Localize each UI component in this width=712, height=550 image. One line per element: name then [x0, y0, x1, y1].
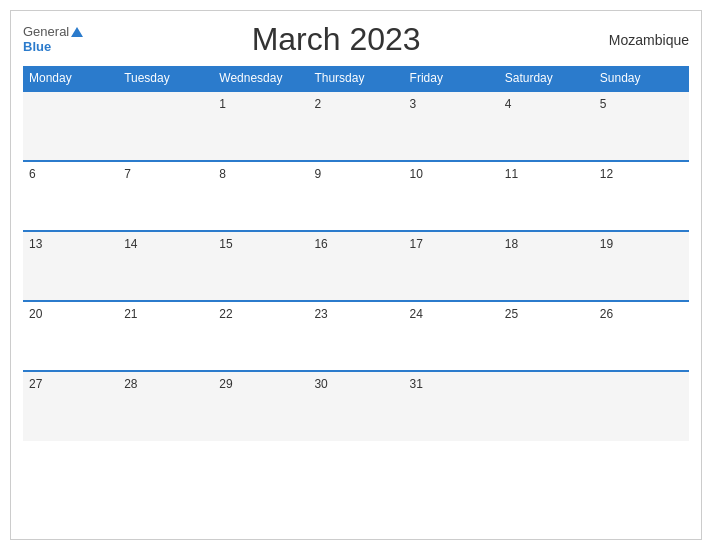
day-number: 8: [219, 167, 226, 181]
day-number: 17: [410, 237, 423, 251]
col-saturday: Saturday: [499, 66, 594, 91]
week-row-4: 20 21 22 23 24 25 26: [23, 301, 689, 371]
day-cell: 23: [308, 301, 403, 371]
day-cell: 31: [404, 371, 499, 441]
day-number: 7: [124, 167, 131, 181]
day-number: 11: [505, 167, 518, 181]
calendar-title: March 2023: [83, 21, 589, 58]
day-cell: 9: [308, 161, 403, 231]
week-row-1: 1 2 3 4 5: [23, 91, 689, 161]
day-number: 18: [505, 237, 518, 251]
logo-blue-text: Blue: [23, 40, 51, 54]
day-number: 9: [314, 167, 321, 181]
col-tuesday: Tuesday: [118, 66, 213, 91]
day-number: 22: [219, 307, 232, 321]
day-cell: 12: [594, 161, 689, 231]
day-cell: 10: [404, 161, 499, 231]
day-number: 30: [314, 377, 327, 391]
day-cell: [594, 371, 689, 441]
day-number: 6: [29, 167, 36, 181]
day-number: 20: [29, 307, 42, 321]
day-cell: [23, 91, 118, 161]
day-cell: 28: [118, 371, 213, 441]
day-cell: 18: [499, 231, 594, 301]
day-number: 27: [29, 377, 42, 391]
day-number: 19: [600, 237, 613, 251]
day-number: 23: [314, 307, 327, 321]
day-cell: 22: [213, 301, 308, 371]
day-cell: 15: [213, 231, 308, 301]
day-number: 25: [505, 307, 518, 321]
day-cell: [499, 371, 594, 441]
calendar-body: 1 2 3 4 5 6 7 8 9 10 11 12 13 14 15 16: [23, 91, 689, 441]
day-cell: 21: [118, 301, 213, 371]
day-cell: 19: [594, 231, 689, 301]
day-cell: 8: [213, 161, 308, 231]
day-cell: 11: [499, 161, 594, 231]
day-number: 15: [219, 237, 232, 251]
calendar-grid: Monday Tuesday Wednesday Thursday Friday…: [23, 66, 689, 441]
logo-line-bottom: Blue: [23, 40, 51, 54]
col-wednesday: Wednesday: [213, 66, 308, 91]
logo-line-top: General: [23, 25, 83, 39]
day-number: 14: [124, 237, 137, 251]
day-number: 13: [29, 237, 42, 251]
day-number: 26: [600, 307, 613, 321]
day-number: 29: [219, 377, 232, 391]
day-cell: 16: [308, 231, 403, 301]
day-cell: 14: [118, 231, 213, 301]
calendar-header-row: Monday Tuesday Wednesday Thursday Friday…: [23, 66, 689, 91]
day-cell: 25: [499, 301, 594, 371]
country-name: Mozambique: [589, 32, 689, 48]
day-cell: 29: [213, 371, 308, 441]
day-number: 4: [505, 97, 512, 111]
logo-triangle-icon: [71, 27, 83, 37]
logo-area: General Blue: [23, 25, 83, 54]
day-cell: 26: [594, 301, 689, 371]
day-cell: 7: [118, 161, 213, 231]
col-friday: Friday: [404, 66, 499, 91]
day-number: 24: [410, 307, 423, 321]
day-number: 21: [124, 307, 137, 321]
day-cell: 5: [594, 91, 689, 161]
day-number: 28: [124, 377, 137, 391]
day-number: 3: [410, 97, 417, 111]
logo-general-text: General: [23, 25, 69, 39]
day-number: 12: [600, 167, 613, 181]
day-cell: 24: [404, 301, 499, 371]
week-row-3: 13 14 15 16 17 18 19: [23, 231, 689, 301]
day-cell: 1: [213, 91, 308, 161]
day-number: 10: [410, 167, 423, 181]
day-cell: 2: [308, 91, 403, 161]
day-cell: 27: [23, 371, 118, 441]
col-monday: Monday: [23, 66, 118, 91]
day-number: 16: [314, 237, 327, 251]
day-cell: 4: [499, 91, 594, 161]
day-number: 31: [410, 377, 423, 391]
calendar-header: General Blue March 2023 Mozambique: [23, 21, 689, 58]
calendar-container: General Blue March 2023 Mozambique Monda…: [10, 10, 702, 540]
day-cell: 6: [23, 161, 118, 231]
day-cell: [118, 91, 213, 161]
day-cell: 3: [404, 91, 499, 161]
col-thursday: Thursday: [308, 66, 403, 91]
week-row-5: 27 28 29 30 31: [23, 371, 689, 441]
day-number: 1: [219, 97, 226, 111]
col-sunday: Sunday: [594, 66, 689, 91]
day-cell: 20: [23, 301, 118, 371]
week-row-2: 6 7 8 9 10 11 12: [23, 161, 689, 231]
day-cell: 17: [404, 231, 499, 301]
day-cell: 13: [23, 231, 118, 301]
day-cell: 30: [308, 371, 403, 441]
day-number: 5: [600, 97, 607, 111]
day-number: 2: [314, 97, 321, 111]
